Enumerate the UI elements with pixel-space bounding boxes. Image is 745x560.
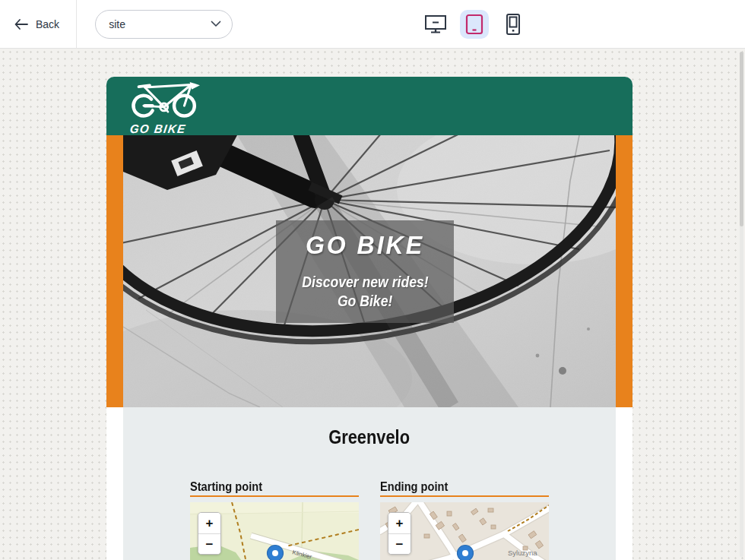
go-bike-logo[interactable]: GO BIKE: [125, 81, 211, 136]
ending-point-marker[interactable]: [458, 546, 474, 560]
page-selector-value: site: [109, 18, 125, 30]
app-window: Back site: [0, 0, 745, 560]
site-preview: GO BIKE: [106, 77, 632, 560]
starting-point-map[interactable]: Klinkier + −: [190, 502, 359, 560]
ending-point-column: Ending point: [380, 478, 549, 560]
preview-canvas: GO BIKE: [0, 49, 745, 560]
toolbar: Back site: [0, 0, 745, 49]
site-body: Greenvelo Starting point: [106, 407, 632, 560]
zoom-out-button[interactable]: −: [198, 533, 220, 554]
starting-point-column: Starting point: [190, 478, 359, 560]
back-arrow-icon: [14, 18, 29, 30]
greenvelo-section: Greenvelo Starting point: [123, 407, 616, 560]
tablet-icon: [465, 14, 483, 35]
zoom-out-button[interactable]: −: [388, 533, 411, 554]
zoom-in-button[interactable]: +: [198, 513, 220, 533]
scrollbar[interactable]: [740, 52, 743, 557]
mobile-preview-button[interactable]: [499, 10, 528, 39]
desktop-icon: [424, 14, 447, 34]
site-header: GO BIKE: [106, 77, 632, 135]
bike-logo-icon: [125, 81, 211, 119]
hero-right-orange-bar: [616, 135, 632, 407]
starting-point-label: Starting point: [190, 478, 359, 493]
chevron-down-icon: [211, 21, 221, 27]
hero-subtitle: Discover new rides! Go Bike!: [293, 273, 437, 311]
mobile-icon: [505, 13, 522, 36]
toolbar-divider: [76, 0, 77, 49]
zoom-in-button[interactable]: +: [388, 513, 411, 533]
back-button[interactable]: Back: [14, 18, 59, 30]
starting-point-marker[interactable]: [268, 546, 284, 560]
tablet-preview-button[interactable]: [460, 10, 489, 39]
desktop-preview-button[interactable]: [421, 10, 450, 39]
back-label: Back: [36, 18, 59, 30]
logo-wordmark: GO BIKE: [129, 122, 187, 136]
page-selector-dropdown[interactable]: site: [95, 10, 233, 39]
hero-overlay: GO BIKE Discover new rides! Go Bike!: [276, 220, 454, 323]
scrollbar-thumb[interactable]: [740, 52, 743, 226]
orange-rule: [380, 495, 549, 497]
ending-point-map[interactable]: Syluzyna + −: [380, 502, 549, 560]
orange-rule: [190, 495, 359, 497]
device-toggle-group: [421, 0, 528, 49]
hero-title: GO BIKE: [306, 230, 424, 260]
map-place-label: Syluzyna: [508, 549, 537, 557]
map-zoom-control: + −: [388, 512, 411, 555]
ending-point-label: Ending point: [380, 478, 549, 493]
hero-left-orange-bar: [106, 135, 123, 407]
section-heading: Greenvelo: [190, 426, 549, 449]
hero-section: GO BIKE Discover new rides! Go Bike!: [106, 135, 632, 407]
map-zoom-control: + −: [198, 512, 221, 555]
